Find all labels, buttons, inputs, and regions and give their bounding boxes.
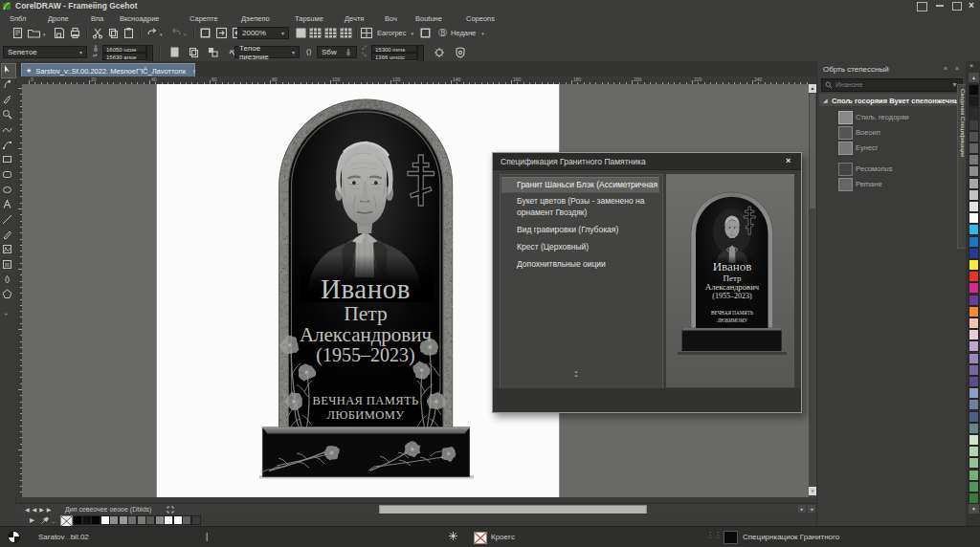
svg-text:Александрович: Александрович (300, 323, 433, 346)
svg-text:Иванов: Иванов (321, 274, 411, 304)
svg-text:ВЕЧНАЯ ПАМЯТЬ: ВЕЧНАЯ ПАМЯТЬ (312, 394, 418, 407)
svg-text:Александрович: Александрович (705, 282, 760, 292)
svg-text:Петр: Петр (344, 302, 387, 325)
svg-text:(1955–2023): (1955–2023) (316, 344, 414, 366)
svg-text:ЛЮБИМОМУ: ЛЮБИМОМУ (327, 408, 405, 422)
svg-text:(1955–2023): (1955–2023) (712, 292, 752, 300)
svg-text:ВЕЧНАЯ ПАМЯТЬ: ВЕЧНАЯ ПАМЯТЬ (711, 310, 753, 316)
svg-text:Иванов: Иванов (713, 259, 752, 274)
svg-text:ЛЮБИМОМУ: ЛЮБИМОМУ (716, 317, 748, 323)
